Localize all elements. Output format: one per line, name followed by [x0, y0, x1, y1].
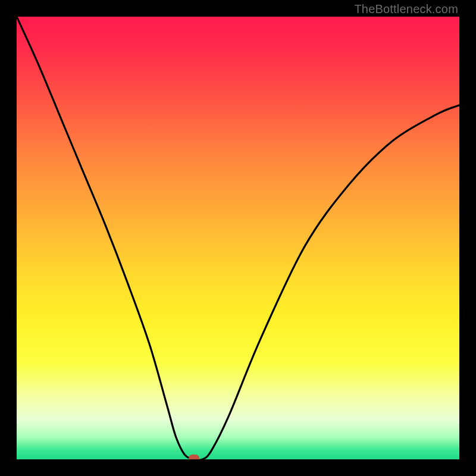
plot-area [17, 17, 459, 459]
optimal-point-marker [189, 455, 199, 459]
bottleneck-curve [17, 17, 459, 459]
curve-path [17, 17, 459, 459]
chart-frame: TheBottleneck.com [0, 0, 476, 476]
watermark-text: TheBottleneck.com [354, 2, 458, 16]
